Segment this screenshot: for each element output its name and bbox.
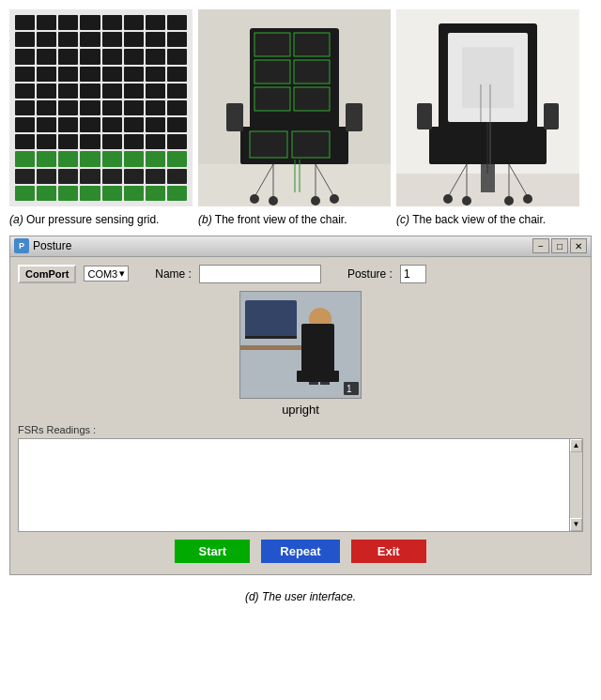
com-select-value: COM3 [87,268,117,280]
scroll-thumb-area [570,452,582,518]
posture-application-window: P Posture − □ ✕ ComPort COM3 ▾ Name : Po… [9,236,592,575]
svg-rect-37 [544,103,559,129]
posture-image-box: 1 [239,291,362,399]
maximize-button[interactable]: □ [551,238,568,253]
gui-wrapper: P Posture − □ ✕ ComPort COM3 ▾ Name : Po… [0,236,601,585]
fsr-textarea-wrapper: ▲ ▼ [18,438,583,532]
scroll-down-arrow[interactable]: ▼ [570,518,582,531]
title-bar: P Posture − □ ✕ [10,236,591,257]
caption-d-label: (d) [245,590,259,603]
caption-b: (b) The front view of the chair. [198,212,391,228]
com-port-button[interactable]: ComPort [18,265,76,283]
svg-rect-16 [346,103,362,131]
gui-body: ComPort COM3 ▾ Name : Posture : [10,257,591,574]
svg-point-21 [250,194,259,204]
com-port-select[interactable]: COM3 ▾ [84,266,129,282]
svg-point-46 [523,194,532,204]
svg-rect-13 [250,131,287,158]
caption-d: (d) The user interface. [0,585,601,607]
svg-rect-6 [254,33,290,56]
app-icon: P [14,238,29,253]
pressure-grid-cells [9,9,193,206]
name-label: Name : [155,267,192,281]
caption-c-label: (c) [396,213,409,226]
svg-rect-58 [240,345,301,350]
scroll-up-arrow[interactable]: ▲ [570,439,582,452]
svg-text:1: 1 [347,384,352,394]
exit-button[interactable]: Exit [351,540,426,563]
chair-front-image [198,9,391,206]
caption-c-text: The back view of the chair. [412,213,546,226]
svg-rect-7 [294,33,330,56]
bottom-buttons: Start Repeat Exit [18,540,583,563]
svg-rect-11 [294,87,330,111]
com-select-arrow: ▾ [119,267,125,280]
name-input[interactable] [199,265,321,283]
top-images-row: grid [0,0,601,206]
close-button[interactable]: ✕ [570,238,587,253]
caption-a-label: (a) [9,213,23,226]
scrollbar-track[interactable]: ▲ ▼ [569,439,582,531]
start-button[interactable]: Start [175,540,250,563]
svg-rect-32 [462,47,514,108]
svg-rect-51 [245,336,297,339]
posture-input[interactable] [400,265,426,283]
svg-point-24 [330,194,339,204]
svg-point-22 [269,196,278,205]
svg-point-43 [443,194,453,204]
controls-row: ComPort COM3 ▾ Name : Posture : [18,265,583,283]
caption-c: (c) The back view of the chair. [396,212,579,228]
image-captions: (a) Our pressure sensing grid. (b) The f… [0,206,601,236]
caption-a-text: Our pressure sensing grid. [26,213,159,226]
fsr-section: FSRs Readings : ▲ ▼ [18,424,583,532]
svg-rect-50 [245,300,297,338]
posture-display-area: 1 upright [18,291,583,417]
svg-rect-14 [292,131,330,158]
title-bar-text: Posture [33,239,532,252]
pressure-grid-image: grid [9,9,193,206]
posture-label: Posture : [347,267,393,281]
window-controls: − □ ✕ [532,238,587,253]
svg-point-45 [504,196,514,205]
caption-b-label: (b) [198,213,212,226]
fsr-label: FSRs Readings : [18,424,583,435]
svg-rect-9 [294,60,330,84]
svg-rect-10 [254,87,290,111]
caption-b-text: The front view of the chair. [215,213,347,226]
caption-d-text: The user interface. [262,590,356,603]
minimize-button[interactable]: − [532,238,549,253]
svg-point-44 [462,196,471,205]
svg-rect-56 [301,324,334,375]
svg-rect-15 [226,103,243,131]
chair-back-image [396,9,579,206]
repeat-button[interactable]: Repeat [261,540,339,563]
posture-text: upright [282,403,319,417]
svg-point-23 [311,196,320,205]
caption-a: (a) Our pressure sensing grid. [9,212,193,228]
svg-rect-57 [297,371,339,382]
fsr-textarea[interactable] [19,439,569,531]
svg-rect-8 [254,60,290,84]
svg-rect-36 [417,103,432,129]
